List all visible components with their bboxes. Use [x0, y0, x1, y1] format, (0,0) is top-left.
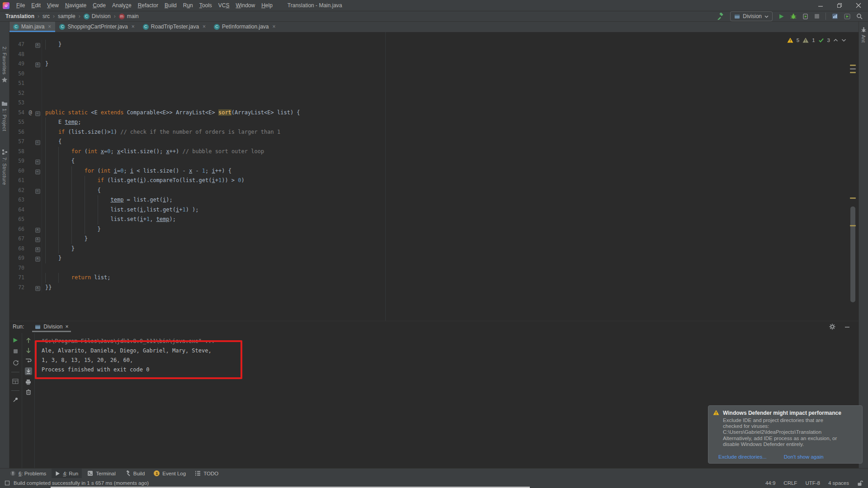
breadcrumb-src[interactable]: src — [42, 13, 50, 19]
unlock-icon[interactable] — [857, 480, 863, 486]
maximize-window-button[interactable] — [830, 0, 849, 11]
run-anything-button[interactable] — [844, 14, 850, 19]
menu-tools[interactable]: Tools — [196, 0, 215, 11]
rerun-button[interactable] — [13, 338, 18, 343]
stripe-warning-mark[interactable] — [850, 65, 856, 66]
tab-shoppingcartprinter-java[interactable]: CShoppingCartPrinter.java× — [55, 21, 138, 32]
next-issue-chevron-icon[interactable] — [841, 38, 846, 42]
fold-marker-icon[interactable]: ˄ — [35, 286, 40, 291]
code-token: ; — [205, 168, 212, 174]
line-ending[interactable]: CRLF — [783, 480, 797, 486]
stripe-warning-mark[interactable] — [850, 72, 856, 73]
debug-button[interactable] — [790, 13, 797, 19]
menu-file[interactable]: File — [13, 0, 28, 11]
build-hammer-button[interactable] — [717, 13, 724, 20]
menu-build[interactable]: Build — [161, 0, 180, 11]
code-area[interactable]: 47˄}4849˄}5051525354@−public static <E e… — [9, 32, 859, 292]
close-icon[interactable]: × — [48, 23, 51, 30]
menu-navigate[interactable]: Navigate — [62, 0, 90, 11]
fold-marker-icon[interactable]: ˄ — [35, 257, 40, 262]
fold-marker-icon[interactable]: ˄ — [35, 62, 40, 67]
gear-icon[interactable] — [829, 324, 835, 330]
code-editor[interactable]: 5 1 3 47˄}4849˄}5051525354@−public stati… — [9, 32, 859, 321]
fold-marker-icon[interactable]: ˄ — [35, 247, 40, 252]
fold-marker-icon[interactable]: − — [35, 140, 40, 145]
run-button[interactable] — [778, 14, 784, 19]
menu-view[interactable]: View — [44, 0, 62, 11]
menu-analyze[interactable]: Analyze — [109, 0, 135, 11]
editor-scrollbar[interactable] — [849, 32, 857, 321]
indent-guide — [58, 225, 71, 235]
indent-guide — [71, 234, 85, 244]
dont-show-again-link[interactable]: Don't show again — [784, 454, 824, 460]
close-window-button[interactable] — [849, 0, 868, 11]
indent-setting[interactable]: 4 spaces — [828, 480, 849, 486]
menu-refactor[interactable]: Refactor — [135, 0, 161, 11]
run-configuration-selector[interactable]: Division — [730, 11, 773, 21]
stripe-warning-mark[interactable] — [850, 197, 856, 199]
file-encoding[interactable]: UTF-8 — [805, 480, 820, 486]
scrollbar-thumb[interactable] — [850, 206, 855, 302]
close-icon[interactable]: × — [273, 23, 276, 30]
breadcrumb-sample[interactable]: sample — [58, 13, 75, 19]
fold-marker-icon[interactable]: ˄ — [35, 237, 40, 242]
soft-wrap-icon[interactable] — [25, 357, 32, 363]
sidebar-item-structure[interactable]: 7: Structure — [0, 149, 9, 185]
fold-marker-icon[interactable]: ˄ — [35, 228, 40, 233]
sidebar-item-project[interactable]: 1: Project — [0, 101, 9, 131]
fold-marker-icon[interactable]: − — [35, 111, 40, 116]
restore-layout-icon[interactable] — [12, 378, 19, 385]
fold-marker-icon[interactable]: − — [35, 169, 40, 174]
restart-debug-icon[interactable] — [12, 360, 19, 366]
close-icon[interactable]: × — [65, 324, 68, 330]
breadcrumb-division[interactable]: CDivision — [84, 13, 111, 19]
tab-roadtriptester-java[interactable]: CRoadTripTester.java× — [139, 21, 210, 32]
indent-guide — [45, 147, 58, 157]
close-icon[interactable]: × — [132, 23, 135, 30]
close-icon[interactable]: × — [203, 23, 206, 30]
pin-tab-icon[interactable] — [13, 397, 19, 403]
down-stack-trace-icon[interactable] — [26, 347, 31, 353]
sidebar-item-favorites[interactable]: 2: Favorites — [0, 47, 9, 83]
breadcrumb-main[interactable]: mmain — [119, 13, 139, 19]
toolwindow-button-event-log[interactable]: 1Event Log — [150, 469, 189, 479]
indent-guide — [45, 234, 58, 244]
menu-edit[interactable]: Edit — [28, 0, 44, 11]
breadcrumb-translation[interactable]: Translation — [5, 13, 34, 19]
profiler-button[interactable] — [832, 13, 838, 19]
fold-marker-icon[interactable]: − — [35, 189, 40, 194]
toolwindow-button-6-problems[interactable]: 6: Problems — [6, 469, 50, 479]
up-stack-trace-icon[interactable] — [26, 338, 31, 343]
hide-panel-icon[interactable] — [844, 324, 850, 329]
prev-issue-chevron-icon[interactable] — [833, 38, 838, 42]
exclude-directories-link[interactable]: Exclude directories... — [718, 454, 767, 460]
scroll-to-end-icon[interactable] — [25, 367, 32, 375]
stripe-gray-mark[interactable] — [850, 68, 856, 70]
minimize-window-button[interactable] — [811, 0, 830, 11]
menu-vcs[interactable]: VCS — [215, 0, 233, 11]
stop-button[interactable] — [814, 14, 820, 19]
toolwindow-button-terminal[interactable]: Terminal — [84, 469, 119, 479]
fold-marker-icon[interactable]: ˄ — [35, 43, 40, 48]
search-everywhere-button[interactable] — [856, 13, 863, 19]
run-tab-division[interactable]: Division × — [32, 321, 71, 332]
tab-petinformation-java[interactable]: CPetInformation.java× — [210, 21, 279, 32]
toolwindow-button-build[interactable]: Build — [121, 469, 149, 479]
menu-run[interactable]: Run — [180, 0, 196, 11]
print-icon[interactable] — [25, 379, 31, 385]
stop-process-button[interactable] — [13, 349, 18, 354]
stripe-warning-mark[interactable] — [850, 225, 856, 226]
menu-window[interactable]: Window — [232, 0, 258, 11]
fold-marker-icon[interactable]: − — [35, 160, 40, 164]
toolwindow-button-todo[interactable]: TODO — [191, 469, 222, 479]
toolwindow-button-4-run[interactable]: 4: Run — [52, 469, 82, 479]
inspection-widget[interactable]: 5 1 3 — [787, 38, 846, 43]
sidebar-item-ant[interactable]: Ant — [859, 27, 868, 43]
clear-console-icon[interactable] — [26, 389, 31, 395]
caret-position[interactable]: 44:9 — [765, 480, 775, 486]
tab-main-java[interactable]: CMain.java× — [9, 21, 55, 32]
menu-code[interactable]: Code — [90, 0, 109, 11]
run-with-coverage-button[interactable] — [802, 14, 808, 19]
menu-help[interactable]: Help — [258, 0, 276, 11]
tool-window-switcher-icon[interactable] — [5, 480, 10, 486]
